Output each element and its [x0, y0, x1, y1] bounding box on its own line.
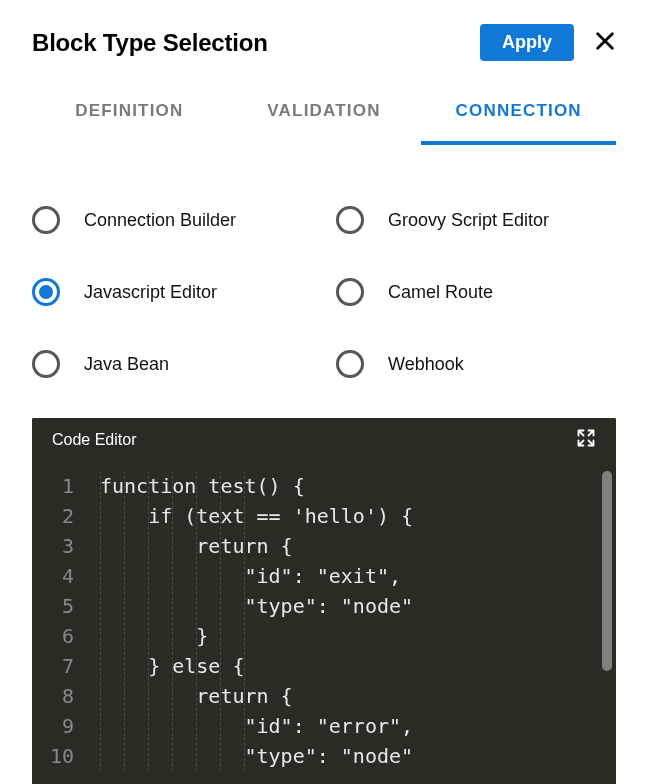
code-editor[interactable]: 1 2 3 4 5 6 7 8 9 10 — [32, 461, 616, 784]
modal-header: Block Type Selection Apply — [32, 16, 616, 61]
radio-icon — [32, 278, 60, 306]
option-label: Webhook — [388, 354, 464, 375]
code-area[interactable]: function test() { if (text == 'hello') {… — [88, 471, 616, 771]
modal-title: Block Type Selection — [32, 29, 268, 57]
code-line[interactable]: "id": "error", — [100, 711, 616, 741]
code-text: "id": "error", — [244, 714, 413, 738]
code-line[interactable]: if (text == 'hello') { — [100, 501, 616, 531]
option-camel-route[interactable]: Camel Route — [336, 278, 616, 306]
header-actions: Apply — [480, 24, 616, 61]
code-editor-title: Code Editor — [52, 431, 137, 449]
line-number: 6 — [32, 621, 74, 651]
tab-validation[interactable]: VALIDATION — [227, 101, 422, 145]
code-text: "type": "node" — [244, 744, 413, 768]
radio-icon — [336, 350, 364, 378]
code-text: if (text == 'hello') { — [148, 504, 413, 528]
code-line[interactable]: function test() { — [100, 471, 616, 501]
option-label: Javascript Editor — [84, 282, 217, 303]
option-label: Connection Builder — [84, 210, 236, 231]
code-text: "type": "node" — [244, 594, 413, 618]
option-connection-builder[interactable]: Connection Builder — [32, 206, 312, 234]
code-line[interactable]: return { — [100, 681, 616, 711]
code-text: } else { — [148, 654, 244, 678]
option-label: Java Bean — [84, 354, 169, 375]
code-line[interactable]: "id": "exit", — [100, 561, 616, 591]
option-label: Camel Route — [388, 282, 493, 303]
code-text: "id": "exit", — [244, 564, 401, 588]
block-type-selection-modal: Block Type Selection Apply DEFINITION VA… — [0, 0, 648, 784]
radio-icon — [32, 206, 60, 234]
block-type-options: Connection Builder Groovy Script Editor … — [32, 206, 616, 378]
code-editor-header: Code Editor — [32, 418, 616, 461]
code-line[interactable]: } — [100, 621, 616, 651]
code-text: } — [196, 624, 208, 648]
apply-button[interactable]: Apply — [480, 24, 574, 61]
code-line[interactable]: "type": "node" — [100, 591, 616, 621]
close-icon — [594, 30, 616, 52]
line-number: 10 — [32, 741, 74, 771]
radio-icon — [336, 206, 364, 234]
line-number: 9 — [32, 711, 74, 741]
option-groovy-script-editor[interactable]: Groovy Script Editor — [336, 206, 616, 234]
code-line[interactable]: } else { — [100, 651, 616, 681]
code-text: function test() { — [100, 474, 305, 498]
line-number: 4 — [32, 561, 74, 591]
line-number: 2 — [32, 501, 74, 531]
line-number: 8 — [32, 681, 74, 711]
line-number: 1 — [32, 471, 74, 501]
code-text: return { — [196, 684, 292, 708]
radio-icon — [336, 278, 364, 306]
expand-icon — [576, 428, 596, 448]
expand-button[interactable] — [576, 428, 596, 451]
line-number: 5 — [32, 591, 74, 621]
option-webhook[interactable]: Webhook — [336, 350, 616, 378]
line-number: 7 — [32, 651, 74, 681]
option-java-bean[interactable]: Java Bean — [32, 350, 312, 378]
tab-connection[interactable]: CONNECTION — [421, 101, 616, 145]
tab-definition[interactable]: DEFINITION — [32, 101, 227, 145]
line-number: 3 — [32, 531, 74, 561]
code-editor-panel: Code Editor 1 2 3 4 5 6 7 8 9 — [32, 418, 616, 784]
tab-bar: DEFINITION VALIDATION CONNECTION — [32, 101, 616, 146]
scrollbar-thumb[interactable] — [602, 471, 612, 671]
radio-icon — [32, 350, 60, 378]
option-label: Groovy Script Editor — [388, 210, 549, 231]
option-javascript-editor[interactable]: Javascript Editor — [32, 278, 312, 306]
code-line[interactable]: "type": "node" — [100, 741, 616, 771]
close-button[interactable] — [594, 30, 616, 55]
line-gutter: 1 2 3 4 5 6 7 8 9 10 — [32, 471, 88, 771]
code-line[interactable]: return { — [100, 531, 616, 561]
code-text: return { — [196, 534, 292, 558]
